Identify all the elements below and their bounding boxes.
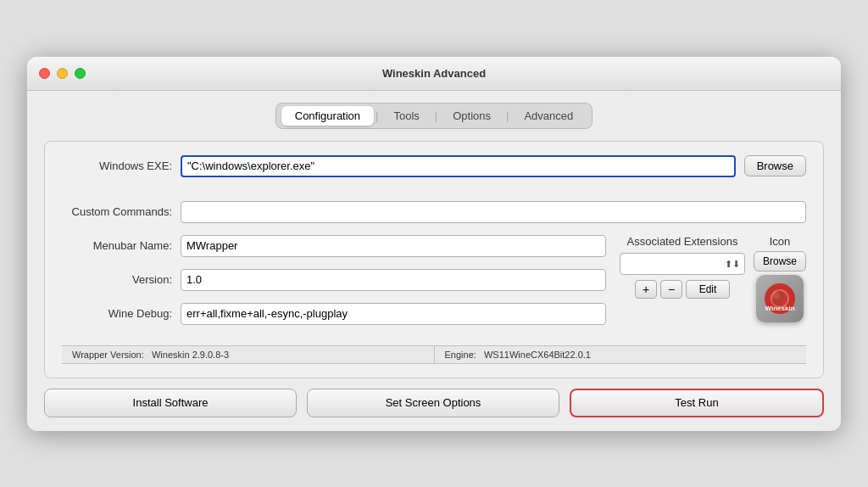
ext-dropdown-wrapper: ⬆⬇ — [620, 253, 745, 275]
tab-bar: Configuration | Tools | Options | Advanc… — [44, 103, 824, 129]
tab-sep-1: | — [374, 109, 380, 122]
windows-exe-label: Windows EXE: — [62, 160, 172, 172]
close-button[interactable] — [39, 68, 50, 79]
minimize-button[interactable] — [57, 68, 68, 79]
app-icon: Wineskin — [756, 275, 804, 322]
add-ext-button[interactable]: + — [635, 280, 657, 299]
wrapper-version-label: Wrapper Version: — [72, 350, 144, 360]
custom-commands-input[interactable] — [181, 201, 806, 223]
tab-options[interactable]: Options — [439, 106, 504, 126]
tab-advanced[interactable]: Advanced — [510, 106, 587, 126]
version-input[interactable] — [181, 269, 606, 291]
engine-value: WS11WineCX64Bit22.0.1 — [484, 350, 591, 360]
menubar-name-row: Menubar Name: — [62, 235, 606, 257]
assoc-ext-label: Associated Extensions — [620, 235, 745, 248]
maximize-button[interactable] — [75, 68, 86, 79]
custom-commands-row: Custom Commands: — [62, 201, 806, 223]
right-column: Associated Extensions ⬆⬇ + − Edit — [620, 235, 806, 322]
right-col-inner: Associated Extensions ⬆⬇ + − Edit — [620, 235, 806, 322]
windows-exe-input[interactable] — [181, 155, 736, 177]
bottom-buttons: Install Software Set Screen Options Test… — [44, 389, 824, 417]
tab-sep-3: | — [504, 109, 510, 122]
left-column: Menubar Name: Version: Wine Debug: — [62, 235, 606, 337]
menubar-name-label: Menubar Name: — [62, 239, 172, 252]
wineskin-icon-svg: Wineskin — [763, 282, 797, 316]
engine-label: Engine: — [445, 350, 476, 360]
version-row: Version: — [62, 269, 606, 291]
ext-buttons: + − Edit — [620, 280, 745, 299]
window-title: Wineskin Advanced — [382, 67, 486, 80]
content-area: Configuration | Tools | Options | Advanc… — [27, 91, 841, 431]
ext-dropdown[interactable] — [620, 253, 745, 275]
tab-sep-2: | — [433, 109, 439, 122]
main-area: Windows EXE: Browse Custom Commands: Men… — [44, 141, 824, 378]
install-software-button[interactable]: Install Software — [44, 389, 297, 417]
assoc-ext-section: Associated Extensions ⬆⬇ + − Edit — [620, 235, 745, 322]
wine-debug-row: Wine Debug: — [62, 303, 606, 325]
custom-commands-label: Custom Commands: — [62, 205, 172, 218]
windows-exe-row: Windows EXE: Browse — [62, 155, 806, 177]
tab-tools[interactable]: Tools — [380, 106, 432, 126]
wrapper-version-value: Wineskin 2.9.0.8-3 — [152, 350, 229, 360]
engine-status: Engine: WS11WineCX64Bit22.0.1 — [435, 346, 807, 363]
wine-debug-input[interactable] — [181, 303, 606, 325]
main-window: Wineskin Advanced Configuration | Tools … — [27, 57, 841, 431]
traffic-lights — [39, 68, 86, 79]
status-bar: Wrapper Version: Wineskin 2.9.0.8-3 Engi… — [62, 345, 806, 364]
version-label: Version: — [62, 273, 172, 286]
icon-section-label: Icon — [770, 235, 791, 248]
icon-section: Icon Browse Wineskin — [754, 235, 806, 322]
menubar-name-input[interactable] — [181, 235, 606, 257]
wine-debug-label: Wine Debug: — [62, 307, 172, 320]
edit-ext-button[interactable]: Edit — [686, 280, 730, 299]
test-run-button[interactable]: Test Run — [570, 389, 824, 417]
two-col-section: Menubar Name: Version: Wine Debug: — [62, 235, 806, 337]
svg-text:Wineskin: Wineskin — [765, 305, 794, 312]
browse-exe-button[interactable]: Browse — [744, 155, 806, 176]
tab-container: Configuration | Tools | Options | Advanc… — [275, 103, 593, 129]
titlebar: Wineskin Advanced — [27, 57, 841, 91]
remove-ext-button[interactable]: − — [660, 280, 682, 299]
set-screen-options-button[interactable]: Set Screen Options — [307, 389, 559, 417]
tab-configuration[interactable]: Configuration — [281, 106, 374, 126]
icon-browse-button[interactable]: Browse — [754, 251, 806, 271]
wrapper-version-status: Wrapper Version: Wineskin 2.9.0.8-3 — [62, 346, 435, 363]
